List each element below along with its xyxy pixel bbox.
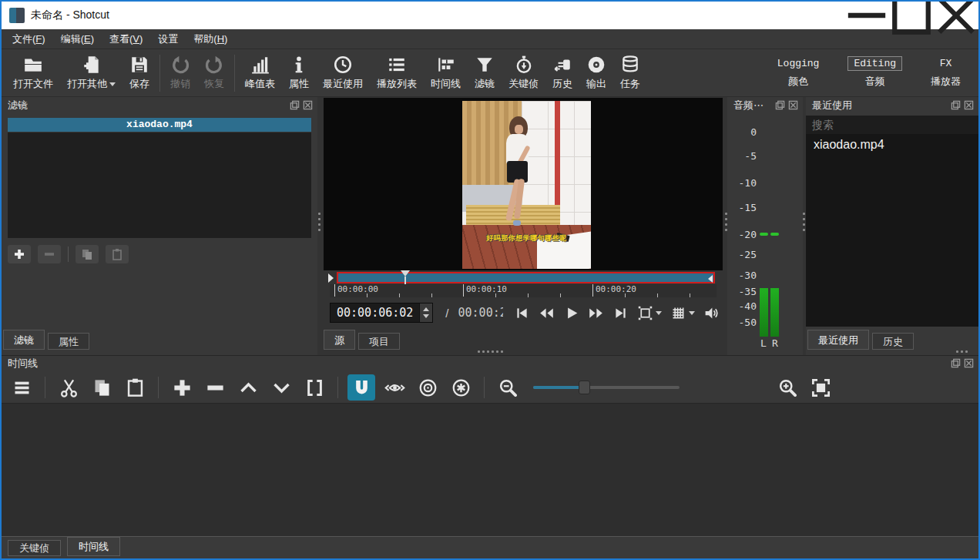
splitter-handle[interactable] — [725, 213, 727, 231]
zoom-toggle-icon[interactable] — [637, 305, 653, 321]
zoom-slider-handle[interactable] — [579, 381, 590, 394]
trim-out-marker[interactable] — [708, 275, 713, 283]
tab-history[interactable]: 历史 — [872, 333, 914, 350]
trim-in-marker[interactable] — [328, 273, 334, 283]
menu-edit[interactable]: 编辑(E) — [53, 29, 102, 49]
menu-view[interactable]: 查看(V) — [102, 29, 150, 49]
add-filter-button[interactable] — [8, 245, 31, 263]
redo-button[interactable]: 恢复 — [197, 52, 231, 95]
paste-filters-button[interactable] — [106, 245, 129, 263]
append-button[interactable] — [168, 374, 196, 401]
layout-logging[interactable]: Logging — [772, 57, 825, 70]
close-panel-icon[interactable] — [788, 100, 798, 110]
float-panel-icon[interactable] — [290, 100, 300, 110]
paste-button[interactable] — [121, 374, 149, 401]
play-button[interactable] — [563, 305, 579, 321]
copy-filters-button[interactable] — [76, 245, 99, 263]
close-button[interactable] — [934, 2, 978, 29]
jobs-button[interactable]: 任务 — [613, 52, 647, 95]
properties-button[interactable]: 属性 — [282, 52, 316, 95]
position-spinner[interactable]: 00:00:06:02 — [330, 303, 433, 323]
splitter-handle[interactable] — [318, 213, 321, 231]
menu-help[interactable]: 帮助(H) — [186, 29, 235, 49]
volume-button[interactable] — [703, 305, 720, 321]
zoom-toggle-group[interactable] — [637, 305, 662, 321]
split-button[interactable] — [300, 374, 328, 401]
tab-recent[interactable]: 最近使用 — [807, 330, 869, 350]
float-panel-icon[interactable] — [951, 358, 961, 368]
timeline-button[interactable]: 时间线 — [424, 52, 468, 95]
close-panel-icon[interactable] — [964, 100, 974, 110]
filters-list[interactable] — [8, 132, 311, 238]
spin-up-icon[interactable] — [423, 307, 429, 311]
tab-properties[interactable]: 属性 — [48, 333, 89, 350]
scrubber-bar[interactable] — [337, 272, 715, 283]
tab-source[interactable]: 源 — [324, 330, 355, 350]
scrub-while-dragging-button[interactable] — [381, 374, 408, 401]
ripple-all-button[interactable] — [447, 374, 475, 401]
maximize-button[interactable] — [889, 2, 934, 29]
keyframes-button[interactable]: 关键侦 — [502, 52, 545, 95]
splitter-handle[interactable] — [956, 350, 968, 353]
level-bar-left — [760, 288, 768, 337]
remove-filter-button[interactable] — [38, 245, 61, 263]
duration-separator: / — [445, 307, 448, 320]
ripple-delete-button[interactable] — [201, 374, 229, 401]
rewind-button[interactable] — [539, 305, 555, 321]
snap-button[interactable] — [347, 374, 375, 401]
layout-fx[interactable]: FX — [925, 57, 966, 70]
layout-audio[interactable]: 音频 — [847, 74, 902, 89]
ripple-button[interactable] — [414, 374, 441, 401]
output-button[interactable]: 输出 — [579, 52, 613, 95]
grid-icon[interactable] — [670, 305, 686, 321]
open-other-button[interactable]: 打开其他 — [60, 52, 123, 95]
skip-to-start-button[interactable] — [514, 305, 530, 321]
player-scrubber[interactable] — [330, 272, 717, 284]
recent-button[interactable]: 最近使用 — [316, 52, 370, 95]
copy-button[interactable] — [88, 374, 116, 401]
timeline-tracks-area[interactable] — [2, 404, 978, 536]
menu-file[interactable]: 文件(F) — [5, 29, 53, 49]
close-panel-icon[interactable] — [964, 358, 974, 368]
splitter-handle[interactable] — [478, 350, 503, 353]
peak-meter-button[interactable]: 峰值表 — [238, 52, 282, 95]
zoom-out-button[interactable] — [494, 374, 522, 401]
layout-color[interactable]: 颜色 — [772, 74, 825, 89]
grid-group[interactable] — [670, 305, 695, 321]
skip-to-end-button[interactable] — [612, 305, 629, 321]
filters-button[interactable]: 滤镜 — [468, 52, 502, 95]
float-panel-icon[interactable] — [951, 100, 961, 110]
layout-player[interactable]: 播放器 — [925, 74, 966, 89]
open-file-button[interactable]: 打开文件 — [6, 52, 60, 95]
layout-editing[interactable]: Editing — [847, 56, 902, 71]
history-button[interactable]: 历史 — [545, 52, 579, 95]
close-panel-icon[interactable] — [303, 100, 313, 110]
tab-project[interactable]: 项目 — [358, 333, 400, 350]
tab-timeline[interactable]: 时间线 — [67, 537, 120, 556]
float-panel-icon[interactable] — [775, 100, 785, 110]
menu-settings[interactable]: 设置 — [150, 29, 186, 49]
playhead[interactable] — [401, 270, 410, 284]
title-bar[interactable]: 未命名 - Shotcut — [2, 2, 978, 29]
fast-forward-button[interactable] — [588, 305, 604, 321]
playlist-button[interactable]: 播放列表 — [370, 52, 424, 95]
zoom-in-button[interactable] — [774, 374, 801, 401]
save-button[interactable]: 保存 — [123, 52, 156, 95]
minimize-button[interactable] — [844, 2, 889, 29]
spinner-buttons[interactable] — [419, 303, 432, 322]
position-value[interactable]: 00:00:06:02 — [331, 303, 419, 322]
undo-button[interactable]: 撤销 — [163, 52, 197, 95]
cut-button[interactable] — [55, 374, 82, 401]
spin-down-icon[interactable] — [423, 314, 429, 318]
timeline-menu-button[interactable] — [8, 374, 35, 401]
tab-filters[interactable]: 滤镜 — [3, 330, 45, 350]
list-item[interactable]: xiaodao.mp4 — [806, 134, 978, 156]
splitter-handle[interactable] — [803, 213, 805, 231]
timeline-zoom-slider[interactable] — [533, 380, 680, 395]
zoom-fit-button[interactable] — [807, 374, 834, 401]
main-toolbar: 打开文件 打开其他 保存 撤销 恢复 峰值表 属性 最近使 — [2, 49, 978, 97]
search-input[interactable] — [806, 116, 978, 134]
tab-keyframes[interactable]: 关键侦 — [8, 540, 61, 556]
lift-button[interactable] — [234, 374, 262, 401]
overwrite-button[interactable] — [267, 374, 295, 401]
